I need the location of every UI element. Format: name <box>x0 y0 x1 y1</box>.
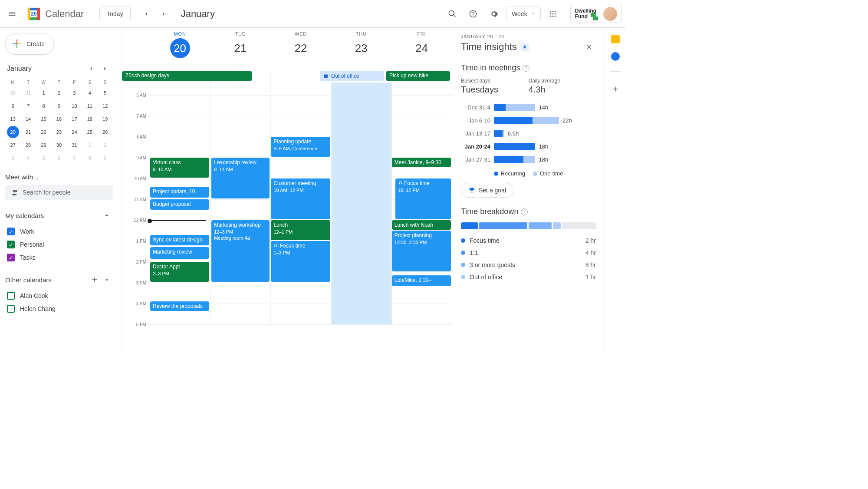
allday-event[interactable]: Zürich design days <box>122 71 252 81</box>
day-header[interactable]: FRI24 <box>391 28 452 71</box>
apps-grid-icon[interactable] <box>544 5 562 23</box>
calendar-event[interactable]: Planning update8–9 AM, Conference <box>271 137 330 157</box>
mini-day-6[interactable]: 6 <box>7 100 19 112</box>
mini-day-31[interactable]: 31 <box>22 87 34 99</box>
calendar-event[interactable]: Project planning12:30–2:30 PM <box>392 231 451 271</box>
mini-day-22[interactable]: 22 <box>38 126 50 138</box>
mini-day-29[interactable]: 29 <box>38 139 50 151</box>
day-header[interactable]: THU23 <box>331 28 391 71</box>
breakdown-row[interactable]: 3 or more guests8 hr <box>461 259 596 271</box>
mini-day-9[interactable]: 9 <box>53 100 65 112</box>
allday-event[interactable]: Pick up new bike <box>386 71 450 81</box>
mini-day-2[interactable]: 2 <box>99 139 111 151</box>
day-column[interactable]: Planning update8–9 AM, ConferenceCustome… <box>270 83 331 324</box>
mini-calendar[interactable]: MTWTFSS 30311234567891011121314151617181… <box>5 78 113 165</box>
day-header[interactable]: TUE21 <box>210 28 270 71</box>
day-column[interactable] <box>331 83 391 324</box>
checkbox-icon[interactable]: ✓ <box>7 241 15 248</box>
next-week-button[interactable] <box>155 5 172 23</box>
meeting-week-row[interactable]: Dec 31-414h <box>461 101 596 114</box>
calendar-event[interactable]: Leadership review9–11 AM <box>211 158 270 198</box>
mini-day-1[interactable]: 1 <box>84 139 96 151</box>
mini-day-2[interactable]: 2 <box>53 87 65 99</box>
today-button[interactable]: Today <box>99 7 130 21</box>
meeting-week-row[interactable]: Jan 6-1022h <box>461 114 596 127</box>
calendar-item[interactable]: ✓Personal <box>5 238 113 251</box>
calendar-event[interactable]: Focus time1–3 PM <box>271 241 330 282</box>
allday-event[interactable]: Out of office <box>320 71 384 81</box>
mini-next-button[interactable] <box>99 63 111 75</box>
help-icon[interactable]: ? <box>521 208 528 215</box>
day-header[interactable]: WED22 <box>270 28 331 71</box>
mini-day-16[interactable]: 16 <box>53 113 65 125</box>
prev-week-button[interactable] <box>138 5 155 23</box>
calendar-event[interactable]: Marketing workshop12–3 PMMeeting room 4a <box>211 220 270 282</box>
mini-day-31[interactable]: 31 <box>68 139 80 151</box>
user-avatar[interactable] <box>603 7 617 21</box>
day-header[interactable]: MON20 <box>150 28 210 71</box>
calendar-event[interactable]: Focus time10–12 PM <box>395 178 451 219</box>
breakdown-row[interactable]: Out of office1 hr <box>461 271 596 283</box>
set-goal-button[interactable]: Set a goal <box>461 183 513 198</box>
mini-day-15[interactable]: 15 <box>38 113 50 125</box>
mini-day-30[interactable]: 30 <box>7 87 19 99</box>
search-people-input[interactable]: Search for people <box>5 185 113 200</box>
mini-day-7[interactable]: 7 <box>22 100 34 112</box>
mini-prev-button[interactable] <box>85 63 97 75</box>
checkbox-icon[interactable]: ✓ <box>7 228 15 235</box>
mini-day-18[interactable]: 18 <box>84 113 96 125</box>
mini-day-26[interactable]: 26 <box>99 126 111 138</box>
meeting-week-row[interactable]: Jan 20-2418h <box>461 140 596 153</box>
mini-day-4[interactable]: 4 <box>84 87 96 99</box>
mini-day-7[interactable]: 7 <box>68 152 80 164</box>
mini-day-27[interactable]: 27 <box>7 139 19 151</box>
calendar-event[interactable]: Marketing review <box>150 247 209 259</box>
calendar-event[interactable]: Lunch12–1 PM <box>271 220 330 240</box>
mini-day-11[interactable]: 11 <box>84 100 96 112</box>
mini-day-12[interactable]: 12 <box>99 100 111 112</box>
mini-day-20[interactable]: 20 <box>7 126 19 138</box>
checkbox-icon[interactable]: ✓ <box>7 254 15 261</box>
mini-day-3[interactable]: 3 <box>7 152 19 164</box>
mini-day-1[interactable]: 1 <box>38 87 50 99</box>
checkbox-icon[interactable] <box>7 305 15 313</box>
mini-day-5[interactable]: 5 <box>99 87 111 99</box>
search-icon[interactable] <box>444 5 461 23</box>
mini-day-21[interactable]: 21 <box>22 126 34 138</box>
create-button[interactable]: Create <box>5 33 54 55</box>
breakdown-row[interactable]: Focus time2 hr <box>461 235 596 247</box>
calendar-event[interactable]: Meet Janice, 9–9:30 <box>392 158 451 167</box>
mini-day-13[interactable]: 13 <box>7 113 19 125</box>
calendar-event[interactable]: Review the proposals <box>150 301 209 311</box>
collapse-other-calendars-button[interactable] <box>101 274 113 286</box>
mini-day-8[interactable]: 8 <box>38 100 50 112</box>
meeting-week-row[interactable]: Jan 27-3118h <box>461 153 596 166</box>
day-column[interactable]: Virtual class9–10 AMProject update, 10Bu… <box>150 83 210 324</box>
breakdown-row[interactable]: 1:14 hr <box>461 247 596 259</box>
mini-day-24[interactable]: 24 <box>68 126 80 138</box>
view-select[interactable]: Week <box>506 7 541 21</box>
calendar-item[interactable]: Helen Chang <box>5 302 113 315</box>
collapse-my-calendars-button[interactable] <box>101 209 113 221</box>
calendar-event[interactable]: Customer meeting10 AM–12 PM <box>271 178 330 219</box>
mini-day-30[interactable]: 30 <box>53 139 65 151</box>
calendar-item[interactable]: ✓Tasks <box>5 251 113 264</box>
add-addon-button[interactable] <box>608 82 622 96</box>
gear-icon[interactable] <box>485 5 503 23</box>
org-switcher[interactable]: Dwelling Fund▝▙ <box>570 5 622 23</box>
calendar-event[interactable]: Project update, 10 <box>150 187 209 197</box>
calendar-event[interactable]: Doctor Appt2–3 PM <box>150 262 209 282</box>
mini-day-6[interactable]: 6 <box>53 152 65 164</box>
add-calendar-button[interactable] <box>89 274 101 286</box>
calendar-event[interactable]: Budget proposal <box>150 199 209 210</box>
mini-day-8[interactable]: 8 <box>84 152 96 164</box>
mini-day-25[interactable]: 25 <box>84 126 96 138</box>
calendar-event[interactable]: Sync on latest design <box>150 235 209 245</box>
day-column[interactable]: Leadership review9–11 AMMarketing worksh… <box>210 83 270 324</box>
mini-day-23[interactable]: 23 <box>53 126 65 138</box>
mini-day-10[interactable]: 10 <box>68 100 80 112</box>
help-icon[interactable]: ? <box>523 65 529 72</box>
mini-day-5[interactable]: 5 <box>38 152 50 164</box>
calendar-item[interactable]: ✓Work <box>5 225 113 238</box>
mini-day-14[interactable]: 14 <box>22 113 34 125</box>
